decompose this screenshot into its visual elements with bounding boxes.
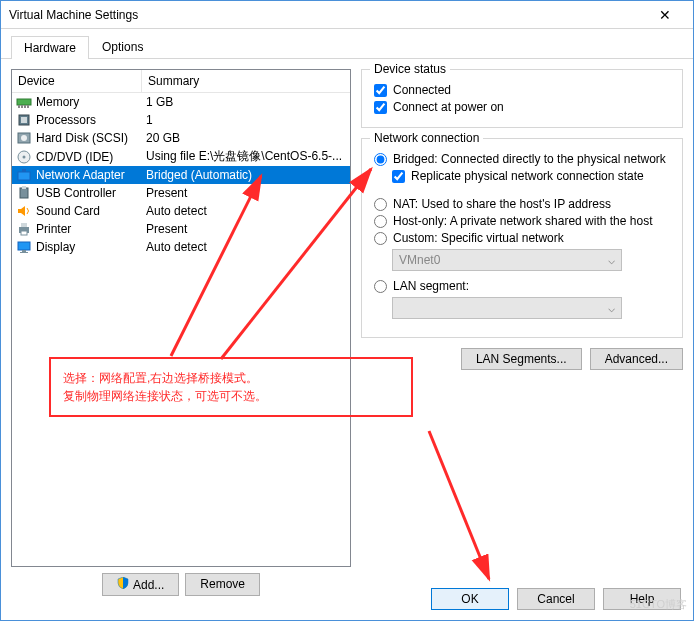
help-button[interactable]: Help (603, 588, 681, 610)
net-icon (16, 167, 32, 183)
svg-point-8 (21, 135, 27, 141)
connect-at-power-on-checkbox[interactable]: Connect at power on (374, 100, 672, 114)
device-row[interactable]: Processors1 (12, 111, 350, 129)
device-summary: 1 (146, 113, 346, 127)
device-summary: Present (146, 186, 346, 200)
tab-hardware[interactable]: Hardware (11, 36, 89, 59)
lan-segment-select: ⌵ (392, 297, 622, 319)
svg-rect-3 (24, 105, 26, 108)
custom-vmnet-select: VMnet0 ⌵ (392, 249, 622, 271)
svg-rect-19 (22, 250, 26, 252)
device-summary: Auto detect (146, 240, 346, 254)
svg-rect-11 (18, 172, 30, 180)
tabs: Hardware Options (1, 29, 693, 59)
device-row[interactable]: Hard Disk (SCSI)20 GB (12, 129, 350, 147)
tab-options[interactable]: Options (89, 35, 156, 58)
add-button[interactable]: Add... (102, 573, 179, 596)
cd-icon (16, 149, 32, 165)
device-status-title: Device status (370, 62, 450, 76)
svg-rect-12 (22, 169, 26, 172)
memory-icon (16, 94, 32, 110)
device-row[interactable]: Network AdapterBridged (Automatic) (12, 166, 350, 184)
svg-rect-2 (21, 105, 23, 108)
svg-rect-18 (18, 242, 30, 250)
header-device[interactable]: Device (12, 70, 142, 92)
device-name: Processors (36, 113, 146, 127)
svg-rect-1 (18, 105, 20, 108)
ok-button[interactable]: OK (431, 588, 509, 610)
device-name: USB Controller (36, 186, 146, 200)
bridged-radio[interactable]: Bridged: Connected directly to the physi… (374, 152, 672, 166)
device-row[interactable]: Memory1 GB (12, 93, 350, 111)
svg-rect-20 (20, 252, 28, 253)
usb-icon (16, 185, 32, 201)
svg-point-10 (23, 155, 26, 158)
device-row[interactable]: CD/DVD (IDE)Using file E:\光盘镜像\CentOS-6.… (12, 147, 350, 166)
device-summary: Bridged (Automatic) (146, 168, 346, 182)
remove-button[interactable]: Remove (185, 573, 260, 596)
device-row[interactable]: Sound CardAuto detect (12, 202, 350, 220)
close-icon[interactable]: ✕ (645, 7, 685, 23)
svg-rect-4 (27, 105, 29, 108)
nat-radio[interactable]: NAT: Used to share the host's IP address (374, 197, 672, 211)
host-only-radio[interactable]: Host-only: A private network shared with… (374, 214, 672, 228)
device-name: Printer (36, 222, 146, 236)
shield-icon (117, 577, 129, 589)
device-row[interactable]: PrinterPresent (12, 220, 350, 238)
device-summary: Using file E:\光盘镜像\CentOS-6.5-... (146, 148, 346, 165)
display-icon (16, 239, 32, 255)
window-title: Virtual Machine Settings (9, 8, 645, 22)
connected-checkbox[interactable]: Connected (374, 83, 672, 97)
device-list: Device Summary Memory1 GBProcessors1Hard… (11, 69, 351, 567)
device-name: Network Adapter (36, 168, 146, 182)
lan-segment-radio[interactable]: LAN segment: (374, 279, 672, 293)
network-connection-group: Network connection Bridged: Connected di… (361, 138, 683, 338)
hdd-icon (16, 130, 32, 146)
svg-rect-16 (21, 223, 27, 227)
chevron-down-icon: ⌵ (608, 253, 615, 267)
custom-radio[interactable]: Custom: Specific virtual network (374, 231, 672, 245)
lan-segments-button[interactable]: LAN Segments... (461, 348, 582, 370)
svg-rect-0 (17, 99, 31, 105)
sound-icon (16, 203, 32, 219)
svg-rect-13 (20, 188, 28, 198)
device-name: Display (36, 240, 146, 254)
device-summary: 20 GB (146, 131, 346, 145)
list-header: Device Summary (12, 70, 350, 93)
device-row[interactable]: USB ControllerPresent (12, 184, 350, 202)
svg-rect-14 (22, 186, 26, 189)
network-connection-title: Network connection (370, 131, 483, 145)
header-summary[interactable]: Summary (142, 70, 350, 92)
replicate-checkbox[interactable]: Replicate physical network connection st… (392, 169, 672, 183)
device-summary: Present (146, 222, 346, 236)
svg-rect-17 (21, 231, 27, 235)
svg-rect-6 (21, 117, 27, 123)
cpu-icon (16, 112, 32, 128)
device-status-group: Device status Connected Connect at power… (361, 69, 683, 128)
advanced-button[interactable]: Advanced... (590, 348, 683, 370)
device-row[interactable]: DisplayAuto detect (12, 238, 350, 256)
device-name: Hard Disk (SCSI) (36, 131, 146, 145)
device-name: Memory (36, 95, 146, 109)
device-name: Sound Card (36, 204, 146, 218)
chevron-down-icon: ⌵ (608, 301, 615, 315)
device-summary: 1 GB (146, 95, 346, 109)
add-button-label: Add... (133, 578, 164, 592)
cancel-button[interactable]: Cancel (517, 588, 595, 610)
printer-icon (16, 221, 32, 237)
device-name: CD/DVD (IDE) (36, 150, 146, 164)
device-summary: Auto detect (146, 204, 346, 218)
